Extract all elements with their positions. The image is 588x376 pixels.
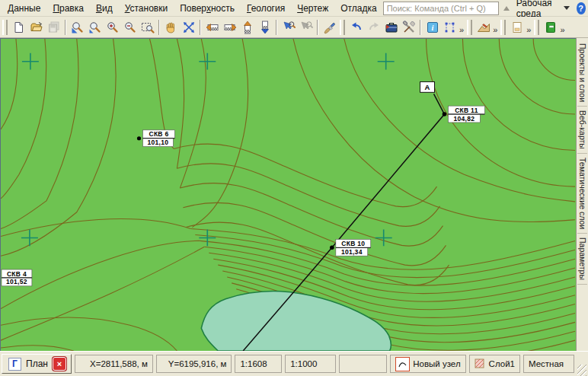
toolbar-separator [158,20,160,35]
scroll-down-icon [258,21,272,34]
scroll-right-icon [223,21,237,34]
toolbar-overflow-chevron[interactable]: » [492,23,499,37]
scroll-right-button[interactable] [221,18,238,37]
map-canvas[interactable]: А СКВ 6 101,10 СКВ 11 104,82 [0,38,576,351]
sidebar-tab-2[interactable]: Тематические слои [577,154,587,234]
window-resize-grip[interactable] [577,365,586,376]
zoom-previous-icon [88,21,102,34]
toolbar-overflow-chevron[interactable]: » [459,23,465,37]
fence-selection-icon [443,21,457,34]
toolbar-grip[interactable] [534,20,539,35]
toolbar-separator [200,20,201,35]
open-folder-button[interactable] [27,18,45,37]
toolbar-grip[interactable] [467,20,472,35]
svg-text:А: А [424,83,430,91]
toolbar-grip[interactable] [500,20,506,35]
portfolio-button[interactable] [382,18,400,37]
y-coordinate-readout: Y=6195,916, м [156,355,232,373]
sidebar-tab-0[interactable]: Проекты и слои [577,40,587,107]
map-svg[interactable]: А СКВ 6 101,10 СКВ 11 104,82 [1,39,576,351]
drawing-sheet-button[interactable] [508,18,526,37]
borehole-label-skv10[interactable]: СКВ 10 101,34 [336,239,371,256]
undo-button[interactable] [347,18,365,37]
mode-indicator[interactable]: Новый узел [390,355,465,373]
zoom-initial-icon [71,21,85,34]
toolbar-grip[interactable] [340,20,345,35]
fence-selection-button[interactable] [441,18,459,37]
zoom-window-icon [141,21,155,34]
sidebar-tab-1[interactable]: Веб-карты [577,107,587,154]
menu-bar: ДанныеПравкаВидУстановкиПоверхностьГеоло… [0,0,588,17]
menu-item-3[interactable]: Установки [119,2,174,15]
zoom-out-button[interactable] [121,18,139,37]
svg-text:104,82: 104,82 [454,115,475,123]
menu-item-4[interactable]: Поверхность [174,2,241,15]
brush-button[interactable] [321,18,338,37]
geology-book-button[interactable] [542,18,559,37]
toolbar-separator [317,20,318,35]
toolbar-overflow-chevron[interactable]: » [526,23,532,37]
layer-label: Слой1 [489,359,515,368]
toolbar: i»»»» [0,17,588,38]
tools-button[interactable] [400,18,417,37]
menu-item-7[interactable]: Отладка [334,2,382,15]
svg-text:101,34: 101,34 [341,248,363,256]
workspace-label: Рабочая среда [516,0,561,19]
fit-extents-button[interactable] [180,18,197,37]
sidebar-tabs: Проекты и слоиВеб-картыТематические слои… [576,38,588,351]
profile-node-label-a[interactable]: А [420,81,435,92]
menu-items: ДанныеПравкаВидУстановкиПоверхностьГеоло… [2,2,383,15]
coordinate-system-selector[interactable]: Местная [523,355,574,373]
collapse-toolbar-icon[interactable] [503,6,510,11]
command-search-input[interactable] [383,2,499,15]
zoom-in-button[interactable] [104,18,121,37]
zoom-initial-button[interactable] [69,18,86,37]
svg-text:СКВ 4: СКВ 4 [7,270,27,278]
new-document-icon [12,21,26,34]
svg-text:СКВ 10: СКВ 10 [341,240,365,247]
scroll-down-button[interactable] [256,18,273,37]
tools-icon [402,21,416,34]
help-button[interactable]: ? [577,2,586,14]
sidebar-tab-3[interactable]: Параметры [577,234,587,285]
borehole-label-skv11[interactable]: СКВ 11 104,82 [448,106,484,123]
menu-item-2[interactable]: Вид [90,2,119,15]
main-area: А СКВ 6 101,10 СКВ 11 104,82 [0,38,588,351]
menu-item-1[interactable]: Правка [46,2,90,15]
plan-view-tab[interactable]: Г План × [2,354,72,374]
svg-text:СКВ 11: СКВ 11 [455,107,478,114]
toolbar-grip[interactable] [2,20,8,35]
zoom-previous-button[interactable] [86,18,104,37]
borehole-label-skv6[interactable]: СКВ 6 101,10 [143,130,175,147]
select-zoom-alt-button [297,18,315,37]
scroll-up-icon [241,21,254,34]
info-button[interactable]: i [423,18,441,37]
new-document-button[interactable] [10,18,27,37]
scroll-up-button[interactable] [238,18,256,37]
scroll-left-button[interactable] [203,18,221,37]
menu-item-6[interactable]: Чертеж [291,2,334,15]
surface-edit-button[interactable] [475,18,492,37]
empty-status-panel [339,355,387,373]
pan-hand-button[interactable] [162,18,180,37]
close-plan-tab-button[interactable]: × [53,357,66,371]
svg-text:СКВ 6: СКВ 6 [149,130,168,138]
zoom-window-button[interactable] [139,18,156,37]
survey-scale-selector[interactable]: 1:1000 [285,355,336,373]
toolbar-overflow-chevron[interactable]: » [559,23,566,37]
x-coordinate-readout: X=2811,588, м [75,355,153,373]
active-layer-selector[interactable]: Слой1 [469,355,520,373]
fit-extents-icon [182,21,196,34]
select-zoom-button[interactable] [280,18,297,37]
scroll-left-icon [206,21,219,34]
menu-item-0[interactable]: Данные [2,2,46,15]
select-zoom-icon [282,21,296,34]
surface-edit-icon [477,21,491,34]
toolbar-separator [276,20,277,35]
plan-view-icon: Г [8,358,21,371]
menu-item-5[interactable]: Геология [241,2,291,15]
view-scale-readout: 1:1608 [235,355,282,373]
redo-button [365,18,382,37]
borehole-label-skv4[interactable]: СКВ 4 101,52 [2,269,32,286]
save-all-icon [47,21,61,34]
